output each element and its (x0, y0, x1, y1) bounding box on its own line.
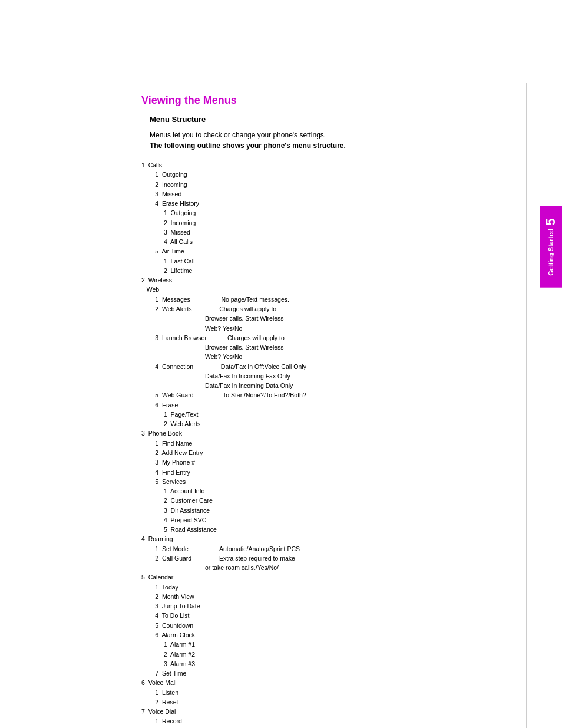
divider-line (526, 83, 527, 728)
intro-line2: The following outline shows your phone's… (150, 140, 412, 151)
page-container: Getting Started 5 Viewing the Menus Menu… (0, 0, 562, 728)
tab-number: 5 (543, 218, 558, 225)
menu-content: 1 Calls 1 Outgoing 2 Incoming 3 Missed 4… (141, 160, 412, 728)
side-tab: Getting Started 5 (540, 206, 562, 288)
intro-text: Menus let you to check or change your ph… (141, 130, 412, 151)
intro-line1: Menus let you to check or change your ph… (150, 130, 412, 140)
page-title: Viewing the Menus (141, 94, 412, 107)
tab-label: Getting Started (547, 229, 554, 275)
section-title: Menu Structure (141, 115, 412, 124)
main-content: Viewing the Menus Menu Structure Menus l… (0, 0, 459, 728)
